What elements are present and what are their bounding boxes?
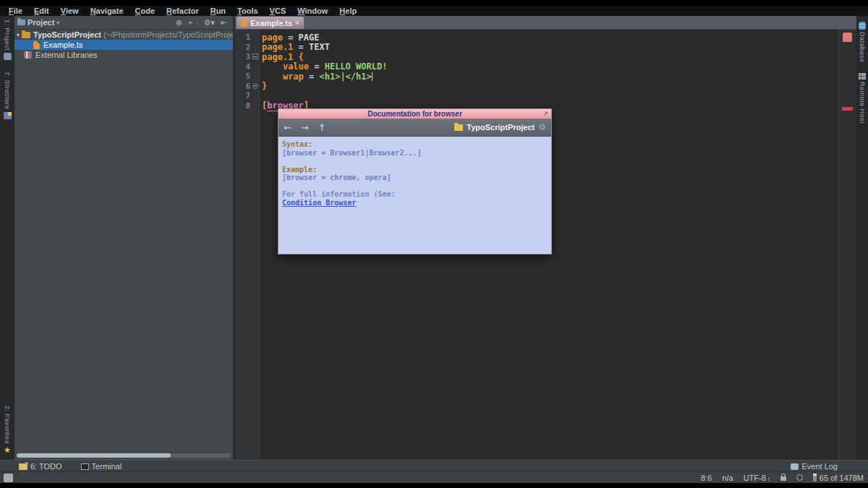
toolwindow-button-project[interactable]: 1: Project xyxy=(4,20,12,60)
doc-line-heading: Syntax: xyxy=(282,140,548,149)
doc-link-condition-browser[interactable]: Condition Browser xyxy=(282,199,548,207)
project-view-icon xyxy=(17,20,25,25)
menu-view[interactable]: View xyxy=(55,7,85,15)
root-path: (~/PhpstormProjects/TypoScriptProjec xyxy=(103,30,233,39)
token-str: <h1>|</h1> xyxy=(320,72,372,82)
folder-icon xyxy=(22,32,30,38)
code-text: page = PAGE xyxy=(260,33,320,43)
fold-marker-icon[interactable] xyxy=(252,83,258,89)
scrollbar-thumb[interactable] xyxy=(17,453,171,458)
hide-panel-icon[interactable]: ⇤ xyxy=(221,19,227,27)
token-brace: { xyxy=(299,52,304,62)
project-panel: Project ▾ ⊗+⚙▾⇤ ▼TypoScriptProject (~/Ph… xyxy=(14,16,233,460)
documentation-popup-titlebar[interactable]: Documentation for browser ↗ xyxy=(278,109,551,119)
doc-line-code: [browser = Browser1|Browser2...] xyxy=(282,149,548,158)
documentation-popup: Documentation for browser ↗ ← → ↑ TypoSc… xyxy=(278,108,552,254)
menu-file[interactable]: File xyxy=(3,7,28,15)
back-icon[interactable]: ← xyxy=(284,122,292,133)
tree-row-external-libraries[interactable]: External Libraries xyxy=(14,50,233,60)
menu-code[interactable]: Code xyxy=(129,7,161,15)
line-separator-widget[interactable]: n/a xyxy=(722,474,733,482)
favorites-stripe-label: 2: Favorites xyxy=(4,406,11,444)
project-panel-title[interactable]: Project xyxy=(27,18,54,27)
token-kw: page xyxy=(262,33,283,43)
close-icon[interactable]: ⊗ xyxy=(176,19,182,27)
database-icon xyxy=(859,22,866,30)
tab-example-ts[interactable]: Example.ts × xyxy=(237,17,304,29)
fold-gutter xyxy=(252,52,260,62)
menu-edit[interactable]: Edit xyxy=(28,7,55,15)
external-libraries-icon xyxy=(24,51,32,59)
project-icon xyxy=(4,53,12,60)
toolwindow-button-terminal[interactable]: Terminal xyxy=(81,462,122,471)
typescript-file-icon xyxy=(241,19,247,27)
expand-arrow-icon[interactable]: ▼ xyxy=(14,33,22,38)
inspections-hector-icon[interactable] xyxy=(796,474,803,481)
tree-row-example-ts[interactable]: Example.ts xyxy=(14,40,233,50)
line-number: 7 xyxy=(235,91,252,100)
token-str: HELLO WORLD! xyxy=(325,61,388,72)
toolwindow-button-remote-host[interactable]: Remote Host xyxy=(859,73,866,124)
toolwindow-switcher-icon[interactable] xyxy=(4,474,13,482)
settings-gear-icon[interactable]: ⚙▾ xyxy=(203,19,214,27)
toolwindow-button-database[interactable]: Database xyxy=(859,22,866,63)
tree-row-typoscriptproject[interactable]: ▼TypoScriptProject (~/PhpstormProjects/T… xyxy=(14,30,233,40)
token-plain: TEXT xyxy=(309,42,330,52)
token-op xyxy=(262,72,283,82)
token-kw: wrap xyxy=(283,72,304,82)
remote-host-stripe-label: Remote Host xyxy=(859,82,866,124)
todo-label: 6: TODO xyxy=(30,462,62,471)
toolwindow-button-todo[interactable]: 6: TODO xyxy=(19,462,62,471)
doc-line-blank xyxy=(282,157,548,166)
fold-marker-icon[interactable] xyxy=(252,53,258,59)
code-text: page.1 { xyxy=(260,52,304,62)
line-number: 4 xyxy=(235,62,252,72)
menu-tools[interactable]: Tools xyxy=(231,7,264,15)
documentation-settings-icon[interactable]: ⚙ xyxy=(538,122,546,132)
line-error-marker[interactable] xyxy=(842,107,853,111)
token-kw: value xyxy=(283,61,309,72)
toolwindow-button-event-log[interactable]: Event Log xyxy=(791,462,838,471)
right-toolwindow-stripe: Database Remote Host xyxy=(856,16,868,460)
database-stripe-label: Database xyxy=(859,32,866,63)
project-folder-icon xyxy=(454,124,463,131)
line-number: 6 xyxy=(235,82,252,91)
token-plain: PAGE xyxy=(299,33,320,43)
restore-popup-icon[interactable]: ↗ xyxy=(542,109,548,119)
code-line-5: 5 wrap = <h1>|</h1> xyxy=(235,72,839,82)
memory-indicator[interactable]: 65 of 1478M xyxy=(813,474,864,482)
doc-line-blank xyxy=(282,182,548,191)
token-op xyxy=(262,61,283,72)
lock-icon[interactable] xyxy=(780,476,786,481)
doc-line-text: For full information (See: xyxy=(282,190,548,199)
toolwindow-button-structure[interactable]: 7: Structure xyxy=(4,72,12,119)
encoding-widget[interactable]: UTF-8↕ xyxy=(744,474,770,482)
token-kw: page.1 xyxy=(262,52,293,62)
menu-refactor[interactable]: Refactor xyxy=(161,7,205,15)
documentation-popup-body: Syntax:[browser = Browser1|Browser2...]E… xyxy=(278,137,551,254)
code-lines[interactable]: 1page = PAGE2page.1 = TEXT3page.1 {4 val… xyxy=(235,33,839,111)
chevron-down-icon[interactable]: ▾ xyxy=(56,20,59,26)
forward-icon[interactable]: → xyxy=(301,122,309,133)
up-icon[interactable]: ↑ xyxy=(318,122,326,133)
fold-gutter xyxy=(252,33,260,43)
project-horizontal-scrollbar[interactable] xyxy=(17,453,231,458)
menu-navigate[interactable]: Navigate xyxy=(85,7,129,15)
memory-bar-icon xyxy=(813,474,817,481)
status-bar-widgets: 8:6 n/a UTF-8↕ 65 of 1478M xyxy=(701,474,868,482)
error-stripe-scrollbar[interactable] xyxy=(838,30,856,460)
fold-gutter xyxy=(252,91,260,101)
menu-help[interactable]: Help xyxy=(333,7,362,15)
menu-window[interactable]: Window xyxy=(292,7,333,15)
event-log-icon xyxy=(791,463,799,470)
menu-run[interactable]: Run xyxy=(205,7,231,15)
tab-close-icon[interactable]: × xyxy=(295,19,299,27)
fold-gutter xyxy=(252,101,260,111)
caret-position-widget[interactable]: 8:6 xyxy=(701,474,712,482)
locate-icon[interactable]: + xyxy=(188,19,192,27)
menu-vcs[interactable]: VCS xyxy=(264,7,292,15)
file-error-indicator[interactable] xyxy=(843,33,852,42)
tool-window-bar: 6: TODO Terminal Event Log xyxy=(0,460,868,472)
toolwindow-button-favorites[interactable]: 2: Favorites ★ xyxy=(4,406,11,454)
project-panel-header: Project ▾ ⊗+⚙▾⇤ xyxy=(14,16,233,30)
